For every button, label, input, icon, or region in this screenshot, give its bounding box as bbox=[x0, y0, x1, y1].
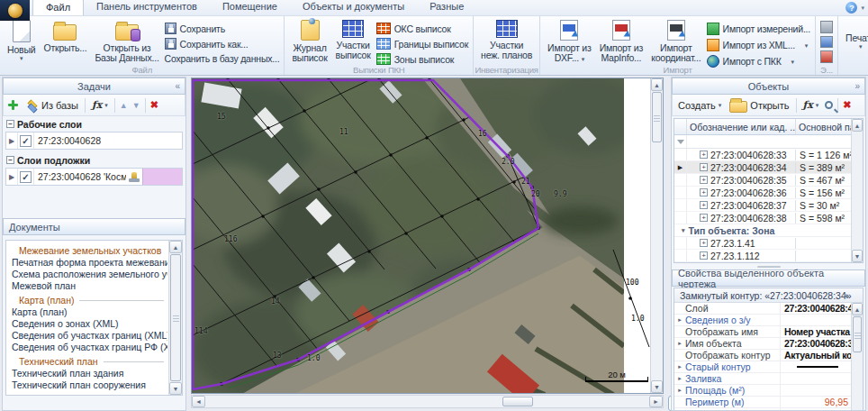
doc-item[interactable]: Сведения об участках границ РФ (XML) bbox=[6, 342, 167, 353]
save-to-database-button[interactable]: Сохранить в базу данных... bbox=[165, 53, 280, 64]
expand-icon[interactable]: + bbox=[700, 151, 708, 159]
expand-icon[interactable]: + bbox=[700, 176, 708, 184]
column-header-designation[interactable]: Обозначение или кад. ... bbox=[687, 119, 796, 134]
delete-task-icon[interactable]: ✖ bbox=[150, 99, 158, 111]
delete-object-icon[interactable]: ✖ bbox=[843, 99, 851, 111]
property-row[interactable]: Периметр (м) 96,95 bbox=[674, 397, 863, 408]
objects-table-scrollbar[interactable]: ▲ ▼ bbox=[851, 119, 863, 262]
property-row[interactable]: ▸ Сведения о з/у bbox=[674, 315, 863, 326]
expand-icon[interactable]: + bbox=[700, 239, 708, 247]
doc-item[interactable]: Технический план здания bbox=[6, 368, 167, 379]
scroll-down-icon[interactable]: ▼ bbox=[852, 250, 863, 262]
import-coordinates-button[interactable]: Импорт координат... bbox=[648, 18, 703, 63]
add-task-icon[interactable] bbox=[7, 99, 19, 111]
layer-visibility-checkbox[interactable]: ✓ bbox=[20, 171, 32, 183]
help-icon[interactable]: ? bbox=[845, 2, 857, 14]
print-button[interactable]: Печать ▾ bbox=[843, 18, 868, 63]
documents-scrollbar[interactable]: ▲ ▼ bbox=[168, 241, 182, 395]
import-mapinfo-button[interactable]: Импорт из MapInfo... bbox=[597, 18, 646, 63]
expand-icon[interactable]: + bbox=[700, 163, 708, 171]
journal-vypisok-button[interactable]: Журнал выписок bbox=[289, 18, 330, 63]
map-horizontal-scrollbar[interactable]: ◄ ► bbox=[191, 395, 664, 408]
property-row[interactable]: Отображать имя Номер участка bbox=[674, 326, 863, 338]
object-row[interactable]: +27:23:0040628:37 S = 30 м² bbox=[674, 199, 863, 212]
scroll-up-icon[interactable]: ▲ bbox=[651, 78, 663, 91]
working-layer-value[interactable]: 27:23:0040628 bbox=[34, 132, 182, 149]
contour-group-header[interactable]: Замкнутый контур: «27:23:0040628:34» ▴ bbox=[674, 288, 863, 303]
save-as-button[interactable]: Сохранить как... bbox=[165, 38, 280, 50]
object-row[interactable]: +27:23:0040628:35 S = 467 м² bbox=[674, 174, 863, 187]
import-xml-button[interactable]: Импорт из XML... ▾ bbox=[707, 39, 811, 51]
property-row[interactable]: ▸ Площадь (м²) bbox=[674, 385, 863, 397]
open-from-database-button[interactable]: Открыть из Базы Данных... bbox=[92, 18, 161, 63]
expand-icon[interactable]: + bbox=[700, 251, 708, 260]
object-row[interactable]: +27:23:0040628:38 S = 598 м² bbox=[674, 212, 863, 224]
scroll-up-icon[interactable]: ▲ bbox=[852, 303, 863, 315]
tab-misc[interactable]: Разные bbox=[417, 0, 476, 15]
satellite-map[interactable] bbox=[192, 78, 652, 394]
underlay-layer-value[interactable]: 27:23:0040628 'Косми... bbox=[34, 169, 126, 185]
import-measurements-button[interactable]: Импорт измерений... bbox=[707, 23, 811, 35]
export-item-icon[interactable] bbox=[820, 21, 833, 33]
expand-icon[interactable]: + bbox=[700, 188, 708, 196]
collapse-panel-icon[interactable]: « bbox=[175, 81, 180, 91]
property-row[interactable]: ▸ Имя объекта 27:23:0040628:34 bbox=[674, 338, 863, 350]
expander-icon[interactable]: ▸ bbox=[674, 316, 685, 324]
scrollbar-thumb[interactable] bbox=[170, 254, 181, 381]
settings-search-icon[interactable] bbox=[825, 101, 833, 109]
collapse-section-icon[interactable]: − bbox=[6, 120, 14, 128]
tab-toolbar-panel[interactable]: Панель инструментов bbox=[84, 0, 210, 15]
underlay-layer-row[interactable]: ▶ ✓ 27:23:0040628 'Косми... bbox=[5, 168, 183, 186]
layer-visibility-checkbox[interactable]: ✓ bbox=[20, 135, 32, 147]
move-down-icon[interactable]: ▼ bbox=[132, 101, 140, 110]
zone-row[interactable]: +27.23.1.41 bbox=[674, 237, 863, 250]
object-row-selected[interactable]: ▶ +27:23:0040628:34 S = 389 м² bbox=[674, 161, 863, 174]
function-button[interactable]: ƒx ▾ bbox=[90, 98, 110, 112]
property-row[interactable]: ▸ Заливка bbox=[674, 373, 863, 385]
expander-icon[interactable]: ▸ bbox=[674, 363, 685, 370]
open-object-button[interactable]: Открыть bbox=[728, 97, 791, 114]
property-row[interactable]: Признак контура Наземный контур bbox=[674, 408, 863, 410]
scroll-up-icon[interactable]: ▲ bbox=[169, 241, 182, 253]
filter-row[interactable] bbox=[674, 135, 863, 149]
working-layers-section[interactable]: − Рабочие слои bbox=[3, 116, 185, 132]
borders-vypisok-button[interactable]: Границы выписок bbox=[376, 38, 468, 50]
scrollbar-thumb[interactable] bbox=[502, 397, 533, 406]
object-row[interactable]: +27:23:0040628:33 S = 1 126 м² bbox=[674, 149, 863, 161]
scroll-up-icon[interactable]: ▲ bbox=[852, 119, 863, 132]
doc-item[interactable]: Межевой план bbox=[6, 280, 167, 292]
tab-objects-documents[interactable]: Объекты и документы bbox=[290, 0, 417, 15]
from-database-button[interactable]: Из базы bbox=[23, 99, 80, 112]
property-row[interactable]: ▸ Старый контур bbox=[674, 361, 863, 373]
zone-row[interactable]: +27.23.1.112 bbox=[674, 250, 863, 262]
new-button[interactable]: Новый ▾ bbox=[5, 18, 38, 63]
scroll-right-icon[interactable]: ► bbox=[649, 396, 663, 407]
working-layer-row[interactable]: ▶ ✓ 27:23:0040628 bbox=[5, 132, 183, 150]
create-object-button[interactable]: Создать ▾ bbox=[676, 99, 723, 112]
doc-item[interactable]: Печатная форма проекта межевания bbox=[6, 257, 167, 269]
underlay-layers-section[interactable]: − Слои подложки bbox=[3, 152, 185, 168]
doc-item[interactable]: Карта (план) bbox=[6, 306, 167, 318]
oks-vypisok-button[interactable]: ОКС выписок bbox=[376, 23, 468, 34]
collapse-group-icon[interactable]: ▴ bbox=[845, 291, 848, 299]
parcels-vypisok-button[interactable]: Участки выписок bbox=[333, 18, 374, 63]
property-row[interactable]: Отображать контур Актуальный кон... bbox=[674, 350, 863, 361]
layer-color-swatch[interactable] bbox=[142, 169, 182, 185]
doc-item[interactable]: Схема расположения земельного участка bbox=[6, 269, 167, 280]
expand-icon[interactable]: + bbox=[700, 214, 708, 222]
function-button[interactable]: ƒx ▾ bbox=[801, 98, 821, 112]
expander-icon[interactable]: ▸ bbox=[674, 375, 685, 382]
property-row[interactable]: Слой 27:23:0040628:40 bbox=[674, 303, 863, 315]
tab-premises[interactable]: Помещение bbox=[210, 0, 290, 15]
move-up-icon[interactable]: ▲ bbox=[120, 101, 128, 110]
doc-item[interactable]: Технический план сооружения bbox=[6, 379, 167, 391]
expand-icon[interactable]: + bbox=[700, 201, 708, 209]
scroll-down-icon[interactable]: ▼ bbox=[169, 382, 182, 395]
collapse-panel-icon[interactable]: » bbox=[854, 81, 860, 91]
scroll-left-icon[interactable]: ◄ bbox=[192, 396, 205, 407]
expander-icon[interactable]: ▸ bbox=[674, 340, 685, 347]
nonresidential-plans-button[interactable]: Участки неж. планов bbox=[478, 18, 535, 63]
collapse-section-icon[interactable]: − bbox=[6, 156, 14, 164]
open-button[interactable]: Открыть... bbox=[41, 18, 89, 63]
application-menu-button[interactable] bbox=[0, 0, 30, 21]
